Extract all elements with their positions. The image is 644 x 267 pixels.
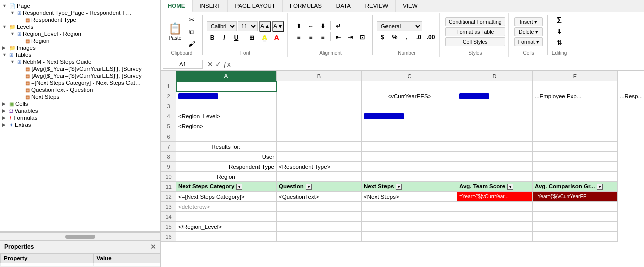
cell-16-1[interactable] — [176, 232, 277, 242]
cell-14-1[interactable] — [176, 212, 277, 222]
cut-button[interactable]: ✂ — [186, 14, 198, 25]
cell-7-2[interactable] — [277, 142, 362, 152]
font-name-select[interactable]: Calibri — [207, 21, 237, 31]
cell-styles-button[interactable]: Cell Styles — [445, 37, 505, 46]
cell-14-5[interactable] — [533, 212, 618, 222]
underline-button[interactable]: U — [231, 33, 242, 43]
align-left-button[interactable]: ≡ — [293, 32, 304, 42]
cell-2-3[interactable]: <vCurrYearEES> — [362, 91, 457, 101]
tree-expand-arrow[interactable]: ▶ — [2, 108, 8, 113]
cell-4-5[interactable] — [533, 111, 618, 121]
cell-14-4[interactable] — [457, 212, 533, 222]
cell-12-5[interactable]: _Year={'${vCurrYearEE — [533, 192, 618, 202]
tree-item-respondent-type-page[interactable]: ▼⊞Respondent Type_Page - Respondent Type — [0, 9, 160, 16]
cell-7-1[interactable]: Results for: — [176, 142, 277, 152]
conditional-formatting-button[interactable]: Conditional Formatting — [445, 17, 505, 26]
col-header-C[interactable]: C — [362, 71, 457, 81]
cell-15-5[interactable] — [533, 222, 618, 232]
tab-formulas[interactable]: FORMULAS — [283, 0, 329, 12]
cell-13-2[interactable] — [277, 202, 362, 212]
tab-view[interactable]: VIEW — [396, 0, 425, 12]
increase-indent-button[interactable]: ⇥ — [345, 32, 356, 42]
tree-item-respondent-type[interactable]: ▦Respondent Type — [0, 16, 160, 23]
cell-5-1[interactable]: <Region> — [176, 121, 277, 131]
tree-expand-arrow[interactable]: ▶ — [2, 122, 8, 127]
properties-close-button[interactable]: ✕ — [150, 243, 156, 251]
cell-7-3[interactable] — [362, 142, 457, 152]
cell-7-4[interactable] — [457, 142, 533, 152]
tree-scrollbar[interactable] — [0, 233, 160, 240]
cell-5-2[interactable] — [277, 121, 362, 131]
cell-9-5[interactable] — [533, 162, 618, 172]
tree-item-region[interactable]: ▦Region — [0, 37, 160, 44]
font-increase-button[interactable]: A▲ — [259, 21, 271, 32]
col-header-E[interactable]: E — [533, 71, 618, 81]
cell-5-5[interactable] — [533, 121, 618, 131]
cell-4-4[interactable] — [457, 111, 533, 121]
sort-filter-button[interactable]: ⇅ — [554, 38, 565, 48]
cell-12-1[interactable]: <=[Next Steps Category]> — [176, 192, 277, 202]
cell-16-5[interactable] — [533, 232, 618, 242]
cell-15-3[interactable] — [362, 222, 457, 232]
tree-expand-arrow[interactable]: ▼ — [10, 59, 16, 64]
cell-9-3[interactable] — [362, 162, 457, 172]
name-box[interactable]: A1 — [163, 60, 203, 69]
filter-button[interactable]: ▾ — [236, 184, 242, 190]
percent-button[interactable]: % — [389, 32, 400, 42]
confirm-formula-button[interactable]: ✓ — [215, 60, 221, 68]
tree-item-nebhm[interactable]: ▼⊞NebhM - Next Steps Guide — [0, 58, 160, 65]
cell-2-5[interactable]: ...Employee Exp... — [533, 91, 618, 101]
tab-home[interactable]: HOME — [161, 0, 193, 12]
cell-4-3[interactable] — [362, 111, 457, 121]
cell-4-1[interactable]: <Region_Level> — [176, 111, 277, 121]
tab-page-layout[interactable]: PAGE LAYOUT — [228, 0, 282, 12]
cell-6-4[interactable] — [457, 131, 533, 142]
cell-3-3[interactable] — [362, 101, 457, 111]
cell-2-6[interactable]: ...Resp... — [618, 91, 645, 101]
wrap-text-button[interactable]: ↵ — [333, 21, 344, 31]
cell-9-2[interactable]: <Respondent Type> — [277, 162, 362, 172]
insert-function-button[interactable]: ƒx — [223, 60, 231, 68]
font-size-select[interactable]: 11 — [238, 21, 258, 31]
font-color-button[interactable]: A̲ — [271, 33, 282, 43]
cell-15-4[interactable] — [457, 222, 533, 232]
border-button[interactable]: ⊞ — [246, 33, 257, 43]
tree-item-next-steps-cat[interactable]: ▦=[Next Steps Category] - Next Steps Cat… — [0, 79, 160, 86]
cell-8-2[interactable] — [277, 152, 362, 162]
cell-10-1[interactable]: Region — [176, 172, 277, 182]
cell-1-4[interactable] — [457, 81, 533, 91]
cell-1-2[interactable] — [277, 81, 362, 91]
tree-item-cells[interactable]: ▶▣Cells — [0, 100, 160, 107]
comma-button[interactable]: , — [401, 32, 412, 42]
cell-11-3[interactable]: Next Steps▾ — [362, 182, 457, 192]
cell-3-4[interactable] — [457, 101, 533, 111]
merge-button[interactable]: ⊡ — [357, 32, 368, 42]
cell-6-5[interactable] — [533, 131, 618, 142]
format-painter-button[interactable]: 🖌 — [186, 38, 198, 49]
cell-11-2[interactable]: Question▾ — [277, 182, 362, 192]
cell-11-1[interactable]: Next Steps Category▾ — [176, 182, 277, 192]
cell-5-3[interactable] — [362, 121, 457, 131]
cell-11-5[interactable]: Avg. Comparison Gr...▾ — [533, 182, 618, 192]
fill-color-button[interactable]: A̲ — [259, 33, 270, 43]
tab-insert[interactable]: INSERT — [193, 0, 228, 12]
tree-expand-arrow[interactable]: ▶ — [2, 101, 8, 106]
col-header-B[interactable]: B — [277, 71, 362, 81]
decimal-increase-button[interactable]: .0 — [413, 32, 424, 42]
cell-12-4[interactable]: =Year={'${vCurrYear... — [457, 192, 533, 202]
cell-11-4[interactable]: Avg. Team Score▾ — [457, 182, 533, 192]
cell-4-2[interactable] — [277, 111, 362, 121]
copy-button[interactable]: ⧉ — [186, 26, 198, 37]
cell-16-3[interactable] — [362, 232, 457, 242]
cell-2-1[interactable] — [176, 91, 277, 101]
tab-data[interactable]: DATA — [329, 0, 358, 12]
cell-8-4[interactable] — [457, 152, 533, 162]
tree-expand-arrow[interactable]: ▼ — [10, 31, 16, 36]
cell-14-3[interactable] — [362, 212, 457, 222]
delete-button[interactable]: Delete ▾ — [514, 27, 543, 36]
spreadsheet-area[interactable]: ABCDE 12<vCurrYearEES>...Employee Exp...… — [161, 71, 644, 267]
decrease-indent-button[interactable]: ⇤ — [333, 32, 344, 42]
cell-12-2[interactable]: <QuestionText> — [277, 192, 362, 202]
cell-3-2[interactable] — [277, 101, 362, 111]
tree-expand-arrow[interactable]: ▶ — [2, 45, 8, 50]
